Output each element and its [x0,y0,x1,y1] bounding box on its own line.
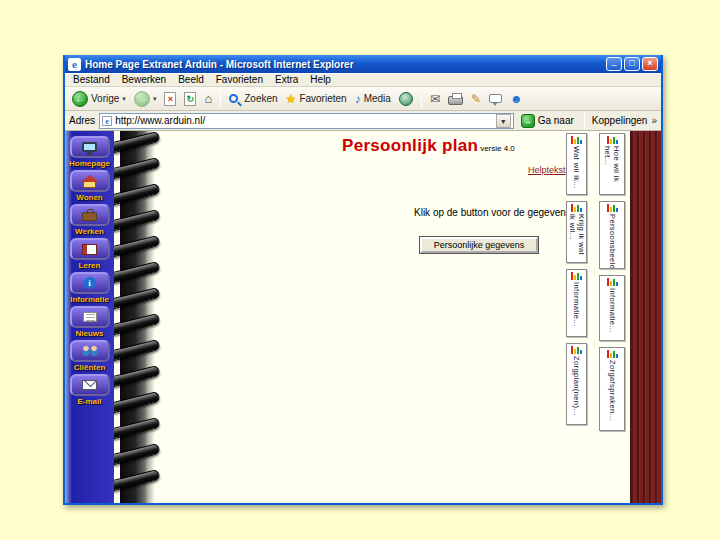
print-button[interactable] [445,91,466,106]
tab-persoonsbeeld[interactable]: Persoonsbeeld... [599,201,625,269]
tab-zorgafspraken[interactable]: Zorgafspraken... [599,347,625,431]
mail-button[interactable] [427,91,443,107]
tab-informatie-2[interactable]: Informatie... [599,275,625,341]
messenger-button[interactable] [507,91,526,107]
address-bar: Adres http://www.arduin.nl/ Ga naar Kopp… [65,111,661,131]
sidebar-item-informatie[interactable]: Informatie [65,272,114,304]
notebook-cover-strip [630,131,661,503]
sidebar-item-leren[interactable]: Leren [65,238,114,270]
menu-beeld[interactable]: Beeld [172,74,210,86]
links-label[interactable]: Koppelingen [592,115,648,126]
notebook-page: Persoonlijk planversie 4.0 Helptekst Kli… [114,131,661,503]
title-bar[interactable]: Home Page Extranet Arduin - Microsoft In… [65,55,661,73]
tab-chart-icon [607,350,618,358]
discuss-button[interactable] [486,93,505,104]
tab-informatie-1[interactable]: Informatie... [566,269,587,337]
back-dropdown-icon[interactable]: ▾ [122,95,126,103]
sidebar-item-label: Wonen [76,193,103,202]
briefcase-icon [82,212,97,221]
menu-bar: Bestand Bewerken Beeld Favorieten Extra … [65,73,661,87]
tab-label: Persoonsbeeld... [608,214,617,269]
toolbar-separator [421,90,422,108]
forward-dropdown-icon[interactable]: ▾ [153,95,157,103]
newspaper-icon [83,312,97,322]
menu-bestand[interactable]: Bestand [67,74,116,86]
favorites-label: Favorieten [299,93,346,104]
search-label: Zoeken [244,93,277,104]
media-icon [355,92,361,106]
sidebar-item-label: Nieuws [75,329,103,338]
addressbar-separator [584,112,585,130]
back-icon [72,91,88,107]
media-button[interactable]: Media [352,91,394,107]
home-icon [204,92,212,106]
stop-icon [164,92,176,106]
menu-help[interactable]: Help [304,74,337,86]
tab-label: Krijg ik wat ik wil... [568,214,586,260]
page-version: versie 4.0 [480,144,515,153]
tab-zorgplan[interactable]: Zorgplan(nen)... [566,343,587,425]
info-icon [84,277,96,289]
tab-label: Zorgafspraken... [608,360,617,421]
sidebar-item-nieuws[interactable]: Nieuws [65,306,114,338]
window-title: Home Page Extranet Arduin - Microsoft In… [85,59,606,70]
address-url[interactable]: http://www.arduin.nl/ [115,115,493,126]
toolbar-separator [220,90,221,108]
stop-button[interactable] [161,91,179,107]
tab-hoe-wil-ik-het[interactable]: Hoe wil ik het... [599,133,625,195]
tab-label: Informatie... [608,288,617,333]
refresh-button[interactable] [181,91,199,107]
help-link[interactable]: Helptekst [528,165,566,175]
go-button[interactable]: Ga naar [518,113,577,129]
back-button[interactable]: Vorige ▾ [69,90,129,108]
sidebar-item-label: Leren [79,261,101,270]
edit-icon [471,92,481,106]
tab-wat-wil-ik[interactable]: Wat wil ik... [566,133,587,195]
links-chevron-icon[interactable]: » [651,115,657,126]
tab-chart-icon [607,136,618,144]
sidebar-item-label: Werken [75,227,104,236]
refresh-icon [184,92,196,106]
back-label: Vorige [91,93,119,104]
window-controls [606,57,658,71]
tab-column-outer: Hoe wil ik het... Persoonsbeeld... Infor… [599,133,625,431]
tab-chart-icon [571,346,582,354]
tab-chart-icon [571,204,582,212]
menu-extra[interactable]: Extra [269,74,304,86]
favorites-button[interactable]: Favorieten [283,91,350,107]
maximize-button[interactable] [624,57,640,71]
history-icon [399,92,413,106]
print-icon [448,96,463,105]
toolbar: Vorige ▾ ▾ Zoeken Favorieten Media [65,87,661,111]
sidebar-item-wonen[interactable]: Wonen [65,170,114,202]
page-title: Persoonlijk plan [342,136,478,155]
address-label: Adres [69,115,95,126]
minimize-button[interactable] [606,57,622,71]
menu-bewerken[interactable]: Bewerken [116,74,172,86]
browser-viewport: Homepage Wonen Werken Leren Informatie N… [65,131,661,503]
sidebar-item-clienten[interactable]: Cliënten [65,340,114,372]
menu-favorieten[interactable]: Favorieten [210,74,269,86]
sidebar-item-email[interactable]: E-mail [65,374,114,406]
tab-krijg-ik-wat-ik-wil[interactable]: Krijg ik wat ik wil... [566,201,587,263]
history-button[interactable] [396,91,416,107]
computer-icon [82,142,97,152]
edit-button[interactable] [468,91,484,107]
house-icon [83,181,96,188]
go-label: Ga naar [538,115,574,126]
envelope-icon [82,380,97,390]
persoonlijke-gegevens-button[interactable]: Persoonlijke gegevens [420,237,538,253]
home-button[interactable] [201,91,215,107]
favicon [102,116,112,126]
search-button[interactable]: Zoeken [226,92,280,105]
browser-window: Home Page Extranet Arduin - Microsoft In… [63,55,663,505]
address-dropdown-icon[interactable] [496,114,511,128]
sidebar-item-werken[interactable]: Werken [65,204,114,236]
sidebar-item-label: Informatie [70,295,109,304]
close-button[interactable] [642,57,658,71]
forward-button[interactable]: ▾ [131,90,160,108]
sidebar-item-homepage[interactable]: Homepage [65,136,114,168]
media-label: Media [364,93,391,104]
sidebar-item-label: E-mail [77,397,101,406]
address-input[interactable]: http://www.arduin.nl/ [99,113,514,129]
